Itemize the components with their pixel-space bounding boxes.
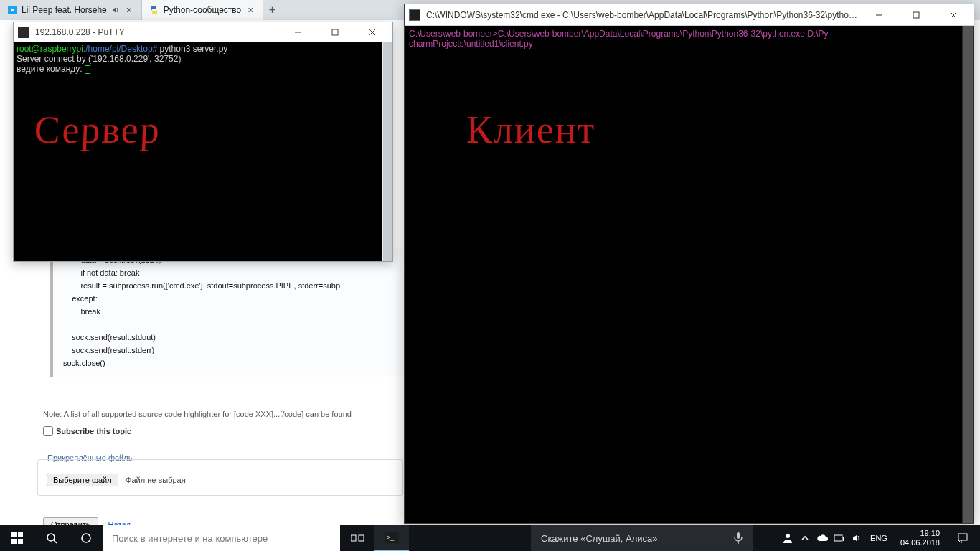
taskbar-app-terminal[interactable]: >_ (374, 525, 409, 551)
svg-point-14 (47, 534, 55, 541)
start-button[interactable] (0, 525, 34, 551)
svg-rect-17 (351, 535, 356, 541)
clock-date: 04.06.2018 (900, 538, 940, 547)
prompt-cmd: python3 server.py (157, 44, 227, 54)
cmd-title: C:\WINDOWS\system32\cmd.exe - C:\Users\w… (426, 10, 857, 20)
cursor-icon (85, 65, 90, 74)
taskview-button[interactable] (340, 525, 374, 551)
minimize-button[interactable] (282, 22, 314, 42)
svg-point-23 (786, 534, 790, 538)
choose-file-button[interactable]: Выберите файл (47, 474, 118, 486)
close-icon[interactable]: × (245, 5, 255, 15)
prompt-user: root@raspberrypi (17, 44, 83, 54)
close-icon[interactable]: × (124, 5, 134, 15)
terminal-line: C:\Users\web-bomber>C:\Users\web-bomber\… (409, 29, 958, 39)
subscribe-row: Subscribe this topic (43, 426, 131, 436)
handwriting-server: Сервер (34, 108, 161, 152)
cortana-circle-icon[interactable] (69, 525, 103, 551)
tab-label: Python-сообщество (164, 5, 242, 15)
action-center-icon[interactable] (950, 532, 976, 544)
alice-placeholder: Скажите «Слушай, Алиса» (541, 533, 658, 544)
clock-time: 19:10 (920, 529, 940, 538)
cmd-terminal[interactable]: C:\Users\web-bomber>C:\Users\web-bomber\… (405, 26, 962, 523)
svg-line-15 (54, 540, 57, 543)
new-tab-button[interactable]: + (263, 1, 281, 19)
svg-rect-12 (11, 539, 17, 544)
putty-title: 192.168.0.228 - PuTTY (35, 27, 276, 37)
svg-rect-3 (332, 29, 338, 35)
attachments-fieldset: Выберите файл Файл не выбран (37, 459, 403, 496)
tray-chevron-up-icon[interactable] (798, 532, 811, 545)
svg-rect-25 (843, 537, 844, 541)
audio-icon[interactable] (111, 6, 120, 14)
system-tray: ENG 19:10 04.06.2018 (777, 525, 980, 551)
handwriting-client: Клиент (466, 108, 595, 152)
cmd-scrollbar[interactable] (962, 26, 974, 523)
svg-rect-24 (834, 535, 842, 541)
terminal-line: Server connect by ('192.168.0.229', 3275… (17, 54, 380, 64)
cmd-titlebar[interactable]: C:\WINDOWS\system32\cmd.exe - C:\Users\w… (405, 4, 974, 26)
terminal-line: ведите команду: (17, 64, 85, 74)
play-icon (7, 5, 17, 15)
highlighter-note: Note: A list of all supported source cod… (43, 410, 352, 418)
taskbar-spacer (409, 525, 531, 551)
svg-rect-21 (737, 532, 740, 539)
file-status: Файл не выбран (126, 476, 186, 484)
putty-titlebar[interactable]: 192.168.0.228 - PuTTY (14, 22, 392, 42)
language-indicator[interactable]: ENG (867, 534, 890, 542)
onedrive-icon[interactable] (816, 532, 829, 545)
minimize-button[interactable] (863, 5, 895, 25)
taskbar-clock[interactable]: 19:10 04.06.2018 (895, 529, 946, 547)
svg-rect-11 (18, 532, 23, 537)
maximize-button[interactable] (319, 22, 351, 42)
tab-label: Lil Peep feat. Horsehe (22, 5, 107, 15)
taskbar-search-input[interactable]: Поиск в интернете и на компьютере (103, 525, 340, 551)
svg-rect-13 (18, 539, 23, 544)
python-icon (149, 5, 159, 15)
putty-icon (18, 27, 29, 38)
prompt-path: :/home/pi/Desktop# (83, 44, 157, 54)
terminal-line: charmProjects\untitled1\client.py (409, 39, 958, 49)
subscribe-label: Subscribe this topic (56, 427, 131, 435)
people-icon[interactable] (781, 532, 794, 545)
svg-text:>_: >_ (387, 534, 395, 541)
taskbar: Поиск в интернете и на компьютере >_ Ска… (0, 525, 980, 551)
search-icon-button[interactable] (34, 525, 69, 551)
subscribe-checkbox[interactable] (43, 426, 53, 436)
alice-search-bar[interactable]: Скажите «Слушай, Алиса» (531, 525, 753, 551)
maximize-button[interactable] (900, 5, 932, 25)
svg-rect-10 (11, 532, 17, 537)
cmd-icon (409, 9, 420, 21)
network-icon[interactable] (833, 532, 846, 545)
volume-icon[interactable] (850, 532, 863, 545)
svg-point-16 (82, 534, 90, 542)
search-placeholder: Поиск в интернете и на компьютере (112, 533, 268, 544)
svg-rect-18 (359, 535, 364, 541)
microphone-icon[interactable] (733, 532, 743, 545)
code-content: data = sock.recv(1024) if not data: brea… (63, 253, 392, 369)
putty-scrollbar[interactable] (382, 42, 392, 261)
cmd-window[interactable]: C:\WINDOWS\system32\cmd.exe - C:\Users\w… (404, 4, 974, 524)
svg-rect-7 (913, 12, 919, 18)
browser-tab-1[interactable]: Lil Peep feat. Horsehe × (0, 0, 142, 20)
close-button[interactable] (938, 5, 969, 25)
svg-rect-26 (958, 534, 967, 540)
browser-tab-2[interactable]: Python-сообщество × (142, 0, 264, 20)
close-button[interactable] (357, 22, 388, 42)
code-block: data = sock.recv(1024) if not data: brea… (50, 248, 402, 377)
